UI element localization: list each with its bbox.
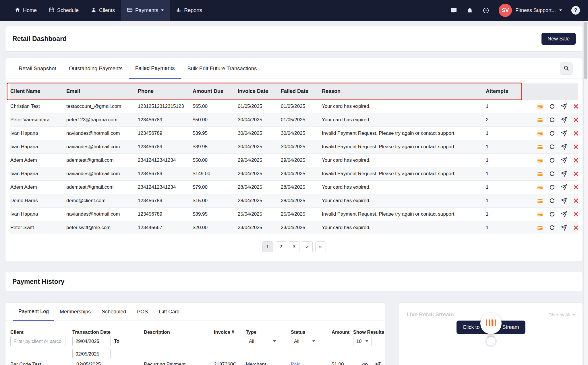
avatar[interactable]: SV — [499, 4, 512, 17]
retry-payment-icon[interactable] — [549, 103, 555, 110]
send-notification-icon[interactable] — [561, 171, 567, 177]
tab-payment-log[interactable]: Payment Log — [13, 303, 54, 321]
send-notification-icon[interactable] — [561, 198, 567, 204]
nav-item-payments[interactable]: Payments — [121, 0, 170, 21]
send-notification-icon[interactable] — [561, 144, 567, 150]
bell-icon[interactable] — [467, 7, 473, 14]
row-status-link[interactable]: Paid — [291, 362, 301, 365]
retry-payment-icon[interactable] — [549, 171, 555, 177]
page-button-3[interactable]: 3 — [289, 241, 299, 252]
description-label: Description — [144, 329, 170, 335]
retry-payment-icon[interactable] — [549, 184, 555, 190]
tab-outstanding-payments[interactable]: Outstanding Payments — [63, 58, 129, 79]
send-notification-icon[interactable] — [561, 225, 567, 231]
retry-payment-icon[interactable] — [549, 198, 555, 204]
update-card-icon[interactable] — [537, 198, 543, 204]
cell-reason: Invalid Payment Request. Please try agai… — [322, 167, 486, 180]
show-results-select[interactable]: 10 — [353, 336, 372, 346]
send-notification-icon[interactable] — [561, 103, 567, 110]
update-card-icon[interactable] — [537, 184, 543, 190]
cell-attempts: 1 — [486, 167, 521, 180]
type-label: Type — [246, 329, 256, 335]
type-select-value: All — [249, 339, 254, 344]
cell-client-name: Peter Varasuntara — [10, 113, 66, 126]
page-button-last[interactable]: » — [315, 241, 326, 252]
type-select[interactable]: All — [246, 336, 279, 346]
update-card-icon[interactable] — [537, 130, 543, 136]
col-email: Email — [66, 83, 138, 99]
search-button[interactable] — [560, 63, 572, 75]
nav-item-home[interactable]: Home — [9, 0, 43, 21]
tab-failed-payments[interactable]: Failed Payments — [129, 58, 181, 79]
tab-pos[interactable]: POS — [131, 303, 153, 321]
date-to-input[interactable] — [72, 349, 111, 359]
cell-attempts: 1 — [486, 194, 521, 207]
delete-payment-icon[interactable] — [573, 144, 578, 150]
scrollbar-track[interactable] — [583, 21, 588, 365]
update-card-icon[interactable] — [537, 117, 543, 123]
update-card-icon[interactable] — [537, 211, 543, 217]
delete-payment-icon[interactable] — [573, 198, 578, 204]
date-from-input[interactable] — [72, 336, 111, 346]
delete-payment-icon[interactable] — [573, 117, 578, 123]
nav-item-clients[interactable]: Clients — [85, 0, 121, 21]
retry-payment-icon[interactable] — [549, 211, 555, 217]
nav-item-schedule[interactable]: Schedule — [43, 0, 85, 21]
update-card-icon[interactable] — [537, 144, 543, 150]
tab-scheduled[interactable]: Scheduled — [96, 303, 131, 321]
send-notification-icon[interactable] — [561, 184, 567, 190]
delete-payment-icon[interactable] — [573, 171, 578, 177]
send-notification-icon[interactable] — [561, 211, 567, 217]
retry-payment-icon[interactable] — [549, 225, 555, 231]
page-button-1[interactable]: 1 — [262, 241, 273, 252]
retry-payment-icon[interactable] — [549, 117, 555, 123]
cell-client-name: Christian Test — [10, 99, 66, 113]
tab-memberships[interactable]: Memberships — [54, 303, 96, 321]
retry-payment-icon[interactable] — [549, 144, 555, 150]
live-stream-filter[interactable]: Filter by All — [548, 312, 575, 317]
tab-gift-card[interactable]: Gift Card — [153, 303, 185, 321]
nav-item-reports[interactable]: Reports — [170, 0, 208, 21]
page-button-next[interactable]: > — [302, 241, 313, 252]
delete-payment-icon[interactable] — [573, 211, 578, 217]
update-card-icon[interactable] — [537, 171, 543, 177]
page-button-2[interactable]: 2 — [276, 241, 286, 252]
retry-payment-icon[interactable] — [549, 157, 555, 163]
row-date: 02/05/2025 — [76, 362, 101, 365]
tab-retail-snapshot[interactable]: Retail Snapshot — [12, 58, 63, 79]
help-icon[interactable]: ? — [571, 6, 580, 15]
tab-bulk-edit[interactable]: Bulk Edit Future Transactions — [181, 58, 263, 79]
retry-payment-icon[interactable] — [549, 130, 555, 136]
delete-payment-icon[interactable] — [573, 130, 578, 136]
cell-attempts: 1 — [486, 126, 521, 140]
table-row: Christian Test testaccount_@gmail.com 12… — [10, 99, 578, 113]
status-select[interactable]: All — [291, 336, 318, 346]
update-card-icon[interactable] — [537, 103, 543, 110]
delete-payment-icon[interactable] — [573, 184, 578, 190]
page-title: Retail Dashboard — [12, 35, 67, 43]
scrollbar-thumb[interactable] — [584, 22, 587, 79]
delete-payment-icon[interactable] — [573, 157, 578, 163]
account-menu[interactable]: SV Fitness Support... — [499, 4, 562, 17]
cell-actions — [521, 194, 578, 207]
client-filter-input[interactable] — [10, 336, 65, 346]
cell-invoice-date: 28/04/2025 — [238, 180, 281, 194]
view-receipt-icon[interactable] — [362, 362, 368, 365]
new-sale-button[interactable]: New Sale — [541, 33, 576, 45]
update-card-icon[interactable] — [537, 157, 543, 163]
delete-payment-icon[interactable] — [573, 225, 578, 231]
clock-icon[interactable] — [483, 7, 490, 14]
barcode-scan-button[interactable] — [480, 313, 502, 334]
delete-payment-icon[interactable] — [573, 103, 578, 110]
cell-amount-due: $65.00 — [193, 99, 238, 113]
chat-icon[interactable] — [450, 7, 457, 14]
update-card-icon[interactable] — [537, 225, 543, 231]
col-phone: Phone — [138, 83, 193, 99]
cell-amount-due: $50.00 — [193, 113, 238, 126]
send-receipt-icon[interactable] — [375, 362, 381, 365]
row-client: Bar Code Test — [10, 362, 41, 365]
send-notification-icon[interactable] — [561, 130, 567, 136]
send-notification-icon[interactable] — [561, 117, 567, 123]
send-notification-icon[interactable] — [561, 157, 567, 163]
retail-dashboard-page: Home Schedule Clients Payments Reports S… — [0, 0, 588, 365]
